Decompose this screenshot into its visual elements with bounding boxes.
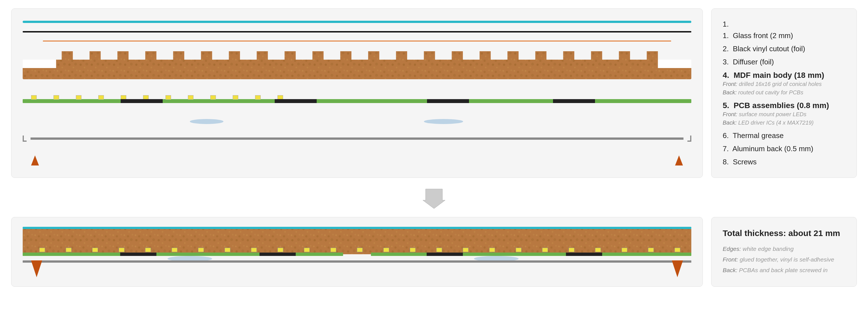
legend-aluminum-label: 7. Aluminum back (0.5 mm) <box>723 145 845 153</box>
assembled-diagram <box>11 217 703 287</box>
svg-marker-54 <box>31 261 42 277</box>
assembled-title: Total thickness: about 21 mm <box>723 228 845 238</box>
aluminum-layer <box>23 135 691 142</box>
svg-rect-49 <box>427 252 463 256</box>
legend-item-aluminum: 7. Aluminum back (0.5 mm) <box>723 145 845 153</box>
svg-rect-34 <box>410 248 415 252</box>
vinyl-line <box>23 31 691 32</box>
svg-rect-42 <box>622 248 627 252</box>
svg-rect-35 <box>436 248 442 252</box>
mdf-svg <box>23 51 691 79</box>
bracket-right <box>687 135 691 142</box>
aluminum-bar <box>31 138 683 140</box>
screw-head-right <box>675 155 683 165</box>
led <box>233 95 238 100</box>
legend-item-screws: 8. Screws <box>723 158 845 166</box>
diffuser-line <box>43 40 672 41</box>
led <box>98 95 104 100</box>
svg-rect-31 <box>331 248 336 252</box>
svg-rect-40 <box>569 248 574 252</box>
led <box>31 95 37 100</box>
led <box>76 95 82 100</box>
svg-rect-33 <box>383 248 389 252</box>
svg-rect-24 <box>145 248 151 252</box>
thermal-blob-1 <box>190 119 223 124</box>
svg-rect-48 <box>259 252 296 256</box>
assembled-legend: Total thickness: about 21 mm Edges: whit… <box>711 217 857 287</box>
mdf-layer <box>23 51 691 79</box>
led <box>54 95 59 100</box>
legend-item-diffuser: 3. Diffuser (foil) <box>723 58 845 66</box>
led <box>165 95 171 100</box>
svg-rect-30 <box>304 248 310 252</box>
legend-label-1: 1. <box>723 20 845 29</box>
legend-screws-label: 8. Screws <box>723 158 845 166</box>
glass-layer <box>23 21 691 23</box>
svg-marker-10 <box>423 189 445 209</box>
svg-rect-23 <box>119 248 124 252</box>
svg-rect-44 <box>675 248 680 252</box>
svg-rect-25 <box>172 248 177 252</box>
screw-right <box>675 155 683 165</box>
svg-rect-20 <box>39 248 45 252</box>
arrow-section <box>11 183 857 211</box>
legend-vinyl-label: 2. Black vinyl cutout (foil) <box>723 44 845 53</box>
down-arrow-icon <box>423 186 445 209</box>
top-section: 1. 1. Glass front (2 mm) 2. Black vinyl … <box>11 8 857 178</box>
pcb-bar-right <box>363 99 691 103</box>
svg-rect-39 <box>542 248 548 252</box>
screw-head-left <box>31 155 39 165</box>
led <box>210 95 216 100</box>
ic-chip <box>553 99 595 103</box>
legend-panel: 1. 1. Glass front (2 mm) 2. Black vinyl … <box>711 8 857 178</box>
svg-rect-8 <box>23 60 56 68</box>
bottom-section: Total thickness: about 21 mm Edges: whit… <box>11 217 857 287</box>
legend-item-mdf: 4. MDF main body (18 mm) Front: drilled … <box>723 71 845 97</box>
svg-rect-32 <box>357 248 363 252</box>
svg-rect-47 <box>120 252 156 256</box>
thermal-layer <box>23 117 691 126</box>
svg-rect-53 <box>23 261 691 263</box>
assembled-details: Edges: white edge banding Front: glued t… <box>723 244 845 275</box>
svg-rect-9 <box>658 60 691 68</box>
svg-rect-36 <box>463 248 468 252</box>
led <box>188 95 193 100</box>
legend-item-1: 1. <box>723 20 845 29</box>
ic-chip <box>427 99 469 103</box>
screw-left <box>31 155 39 165</box>
vinyl-layer <box>23 31 691 32</box>
svg-rect-21 <box>66 248 71 252</box>
legend-diffuser-label: 3. Diffuser (foil) <box>723 58 845 66</box>
assembled-svg <box>23 227 691 277</box>
svg-rect-7 <box>23 60 691 79</box>
exploded-diagram <box>11 8 703 178</box>
svg-rect-38 <box>516 248 521 252</box>
svg-rect-28 <box>251 248 257 252</box>
legend-pcb-sub: Front: surface mount power LEDs Back: LE… <box>723 110 845 127</box>
legend-pcb-label: 5. PCB assemblies (0.8 mm) <box>723 101 845 110</box>
legend-item-pcb: 5. PCB assemblies (0.8 mm) Front: surfac… <box>723 101 845 127</box>
ic-chip <box>121 99 163 103</box>
legend-item-glass: 1. Glass front (2 mm) <box>723 31 845 40</box>
svg-rect-29 <box>277 248 283 252</box>
svg-rect-27 <box>224 248 230 252</box>
svg-rect-37 <box>490 248 495 252</box>
svg-rect-18 <box>23 227 691 229</box>
svg-rect-50 <box>566 252 602 256</box>
legend-mdf-label: 4. MDF main body (18 mm) <box>723 71 845 80</box>
legend-list: 1. Glass front (2 mm) 2. Black vinyl cut… <box>723 31 845 166</box>
svg-marker-55 <box>672 261 683 277</box>
legend-thermal-label: 6. Thermal grease <box>723 131 845 140</box>
legend-item-vinyl: 2. Black vinyl cutout (foil) <box>723 44 845 53</box>
bracket-left <box>23 135 27 142</box>
svg-rect-26 <box>198 248 204 252</box>
ic-chip <box>275 99 317 103</box>
thermal-blob-2 <box>424 119 463 124</box>
legend-mdf-sub: Front: drilled 16x16 grid of conical hol… <box>723 80 845 97</box>
svg-rect-41 <box>595 248 601 252</box>
pcb-layer <box>23 91 691 105</box>
svg-rect-22 <box>92 248 98 252</box>
diffuser-layer <box>23 40 691 41</box>
screw-layer <box>23 151 691 165</box>
legend-glass-label: 1. Glass front (2 mm) <box>723 31 845 40</box>
